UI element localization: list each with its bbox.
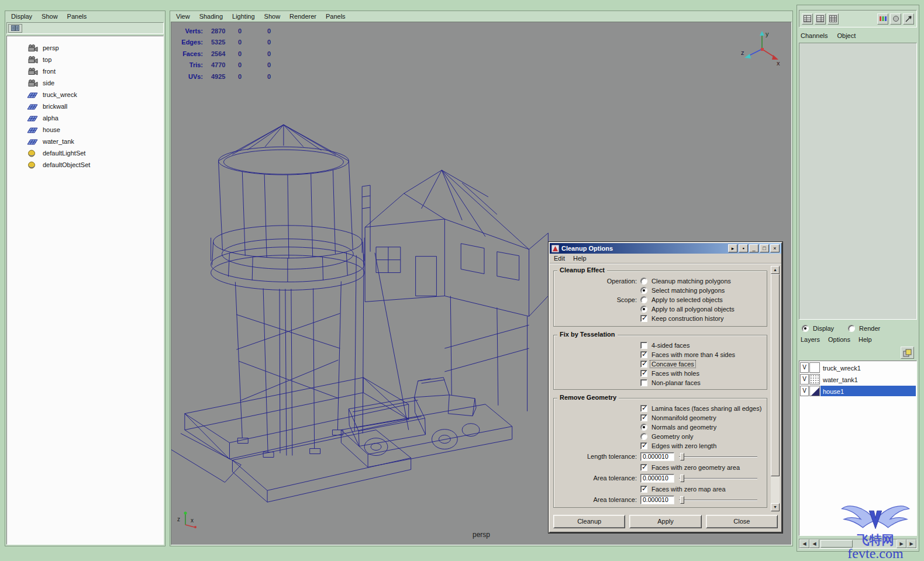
- layer-visibility-toggle[interactable]: V: [800, 386, 809, 396]
- outliner-item-top[interactable]: top: [7, 54, 163, 65]
- truck-wireframe[interactable]: [349, 378, 480, 456]
- pick-arrow-icon[interactable]: [903, 13, 914, 25]
- menu-display[interactable]: Display: [6, 12, 37, 21]
- layer-name[interactable]: house1: [820, 386, 916, 396]
- outliner-item-brickwall[interactable]: brickwall: [7, 101, 163, 112]
- outliner-item-side[interactable]: side: [7, 77, 163, 89]
- close-button[interactable]: ×: [770, 244, 780, 252]
- channel-box-layers-icon[interactable]: [828, 13, 839, 25]
- area-tolerance-input-1[interactable]: [640, 474, 674, 483]
- menu-lighting[interactable]: Lighting: [227, 12, 260, 21]
- menu-help[interactable]: Help: [859, 336, 872, 343]
- collapse-button[interactable]: ▸: [728, 244, 737, 252]
- menu-view[interactable]: View: [171, 12, 195, 21]
- minimize-button[interactable]: _: [749, 244, 758, 252]
- scroll-left-icon[interactable]: ◀: [799, 539, 809, 548]
- outliner-item-alpha[interactable]: alpha: [7, 112, 163, 124]
- channel-box-area[interactable]: [799, 43, 917, 320]
- four-sided-faces-checkbox[interactable]: [640, 342, 647, 349]
- new-layer-icon[interactable]: [901, 347, 914, 359]
- faces-with-holes-checkbox[interactable]: [640, 370, 647, 377]
- slider-thumb[interactable]: [680, 475, 684, 482]
- area-tolerance-slider-2[interactable]: [679, 496, 757, 504]
- area-tolerance-input-2[interactable]: [640, 496, 674, 504]
- area-tolerance-slider-1[interactable]: [679, 475, 757, 482]
- maximize-button[interactable]: □: [760, 244, 769, 252]
- faces-zero-map-area-checkbox[interactable]: [640, 486, 647, 493]
- scroll-left-icon[interactable]: ◀: [809, 539, 819, 548]
- nonmanifold-checkbox[interactable]: [640, 414, 647, 421]
- outliner-list[interactable]: persp top front side truck_wreck brickwa…: [6, 36, 164, 545]
- menu-renderer[interactable]: Renderer: [285, 12, 321, 21]
- outliner-item-front[interactable]: front: [7, 65, 163, 77]
- dialog-vscrollbar[interactable]: ▲ ▼: [771, 266, 780, 511]
- layer-row-truck-wreck1[interactable]: V truck_wreck1: [799, 362, 916, 373]
- edges-zero-length-checkbox[interactable]: [640, 442, 647, 449]
- layer-color-swatch[interactable]: [809, 362, 820, 373]
- cleanup-matching-radio[interactable]: [640, 278, 647, 285]
- menu-edit[interactable]: Edit: [550, 254, 569, 262]
- slider-thumb[interactable]: [680, 496, 684, 504]
- layer-color-swatch[interactable]: [809, 374, 820, 385]
- channel-box-icon[interactable]: [802, 13, 813, 25]
- non-planar-faces-checkbox[interactable]: [640, 379, 647, 386]
- render-radio-circle[interactable]: [848, 325, 855, 332]
- keys-rgb-icon[interactable]: [877, 13, 888, 25]
- render-radio[interactable]: Render: [848, 325, 881, 332]
- menu-help[interactable]: Help: [569, 254, 591, 262]
- outliner-item-persp[interactable]: persp: [7, 42, 163, 54]
- outliner-filter-icon[interactable]: [8, 24, 22, 33]
- layer-visibility-toggle[interactable]: V: [800, 374, 809, 385]
- dialog-titlebar[interactable]: Cleanup Options ▸ ▪ _ □ ×: [550, 243, 781, 254]
- keep-history-checkbox[interactable]: [640, 315, 647, 322]
- outliner-item-default-light-set[interactable]: defaultLightSet: [7, 147, 163, 159]
- lamina-faces-checkbox[interactable]: [640, 405, 647, 412]
- water-tank-wireframe[interactable]: [211, 124, 365, 457]
- menu-panels[interactable]: Panels: [63, 12, 92, 21]
- stale-dot-icon[interactable]: [890, 13, 901, 25]
- hud-total: 5325: [211, 39, 238, 46]
- length-tolerance-slider[interactable]: [679, 453, 757, 460]
- dock-button[interactable]: ▪: [739, 244, 748, 252]
- menu-options[interactable]: Options: [828, 336, 850, 343]
- apply-selected-radio[interactable]: [640, 296, 647, 303]
- mesh-icon: [27, 115, 39, 122]
- menu-show[interactable]: Show: [260, 12, 285, 21]
- concave-faces-checkbox[interactable]: [640, 361, 647, 368]
- layer-color-swatch[interactable]: [809, 386, 820, 396]
- select-matching-radio[interactable]: [640, 287, 647, 294]
- scroll-down-icon[interactable]: ▼: [771, 503, 780, 511]
- apply-button[interactable]: Apply: [629, 515, 701, 528]
- tab-channels[interactable]: Channels: [801, 32, 828, 39]
- cleanup-button[interactable]: Cleanup: [553, 515, 625, 528]
- slider-thumb[interactable]: [680, 453, 684, 460]
- normals-and-geometry-radio[interactable]: [640, 424, 647, 431]
- outliner-item-water-tank[interactable]: water_tank: [7, 136, 163, 147]
- scroll-up-icon[interactable]: ▲: [771, 266, 780, 274]
- menu-shading[interactable]: Shading: [195, 12, 227, 21]
- layer-name[interactable]: water_tank1: [820, 374, 916, 385]
- layer-row-house1[interactable]: V house1: [799, 385, 916, 397]
- close-button[interactable]: Close: [706, 515, 778, 528]
- layer-name[interactable]: truck_wreck1: [820, 362, 916, 373]
- display-radio-circle[interactable]: [802, 325, 809, 332]
- geometry-only-radio[interactable]: [640, 433, 647, 440]
- faces-more-than-4-checkbox[interactable]: [640, 351, 647, 358]
- tab-object[interactable]: Object: [837, 32, 856, 39]
- faces-zero-geometry-area-checkbox[interactable]: [640, 464, 647, 471]
- house-wireframe[interactable]: [354, 170, 548, 433]
- channel-layers-icon[interactable]: [815, 13, 826, 25]
- outliner-item-default-object-set[interactable]: defaultObjectSet: [7, 159, 163, 171]
- menu-layers[interactable]: Layers: [801, 336, 820, 343]
- outliner-item-house[interactable]: house: [7, 124, 163, 136]
- layer-visibility-toggle[interactable]: V: [800, 362, 809, 373]
- layer-row-water-tank1[interactable]: V water_tank1: [799, 373, 916, 385]
- outliner-item-truck-wreck[interactable]: truck_wreck: [7, 89, 163, 101]
- apply-all-polygonal-radio[interactable]: [640, 306, 647, 313]
- display-radio[interactable]: Display: [802, 325, 835, 332]
- ground-wireframe[interactable]: [171, 378, 512, 502]
- scroll-thumb[interactable]: [771, 274, 780, 476]
- menu-panels[interactable]: Panels: [321, 12, 350, 21]
- menu-show[interactable]: Show: [37, 12, 63, 21]
- length-tolerance-input[interactable]: [640, 452, 674, 461]
